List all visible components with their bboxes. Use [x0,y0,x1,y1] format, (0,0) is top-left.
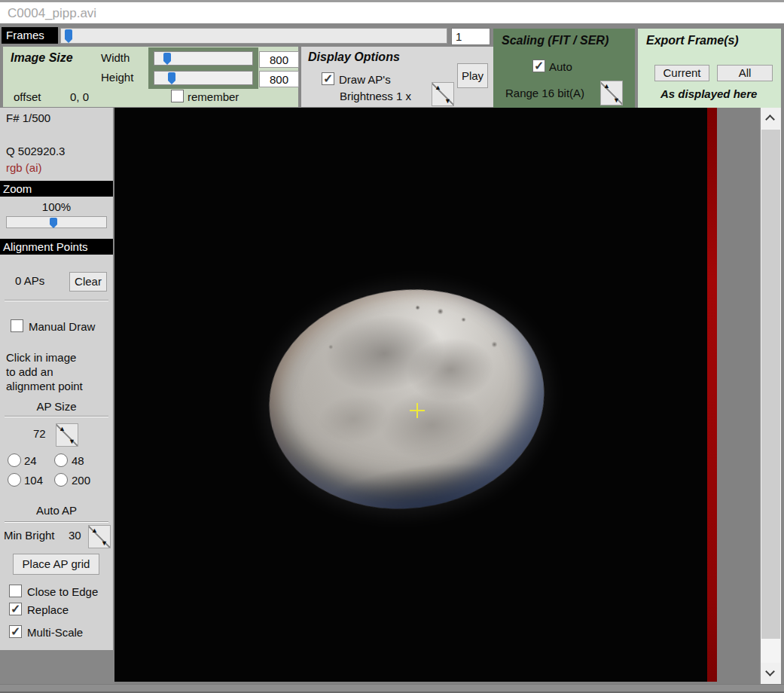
export-title: Export Frame(s) [646,34,739,47]
radio-label-200: 200 [72,474,90,487]
height-slider[interactable] [154,71,253,85]
ap-size-label: AP Size [0,400,113,413]
app-window: C0004_pipp.avi Frames 1 Image Size Width… [0,0,784,693]
image-size-section: Image Size Width Height 800 800 offset 0… [3,47,298,107]
frames-value-input[interactable]: 1 [451,28,490,45]
video-frame-canvas[interactable] [114,108,717,682]
brightness-label: Brightness 1 x [340,90,411,102]
scroll-down-button[interactable] [761,663,781,684]
title-bar: C0004_pipp.avi [0,0,784,23]
display-options-title: Display Options [308,50,400,64]
zoom-header: Zoom [0,181,113,197]
ap-size-radio-48[interactable] [54,453,68,467]
height-label: Height [101,71,133,84]
chevron-down-icon [765,667,775,676]
chevron-up-icon [765,114,775,124]
width-slider-thumb[interactable] [163,53,171,61]
moon-image [257,274,557,524]
frames-label: Frames [2,27,58,44]
multi-scale-label: Multi-Scale [27,626,83,639]
sidebar-panel: F# 1/500 Q 502920.3 rgb (ai) Zoom 100% A… [0,108,113,650]
min-bright-label: Min Bright [4,529,55,542]
spinner-down-icon[interactable]: ▼ [613,96,620,104]
divider [5,521,108,523]
frame-edge-artifact [707,108,717,682]
image-viewport [114,108,759,684]
remember-label: remember [188,90,239,103]
scrollbar-thumb[interactable] [761,130,780,639]
radio-label-24: 24 [24,454,37,467]
range-label: Range 16 bit(A) [505,87,584,99]
height-value-input[interactable]: 800 [259,71,299,87]
play-button[interactable]: Play [457,63,488,88]
export-note: As displayed here [660,87,757,100]
display-options-section: Display Options Draw AP's Brightness 1 x… [301,47,493,107]
frames-slider-thumb[interactable] [65,29,72,39]
image-size-title: Image Size [11,51,73,65]
spinner-up-icon[interactable]: ▲ [91,527,98,534]
bottom-edge [0,684,784,693]
brightness-spinner[interactable]: ▲ ▼ [432,82,454,106]
clear-button[interactable]: Clear [69,272,107,292]
auto-checkbox[interactable] [532,60,545,72]
divider [5,416,108,417]
min-bright-spinner[interactable]: ▲ ▼ [88,525,111,548]
place-ap-grid-button[interactable]: Place AP grid [13,554,99,575]
manual-draw-label: Manual Draw [29,320,95,333]
spinner-up-icon[interactable]: ▲ [603,82,610,90]
close-to-edge-checkbox[interactable] [9,585,22,597]
divider [5,300,108,301]
spinner-down-icon[interactable]: ▼ [101,539,108,547]
ap-size-radio-104[interactable] [8,473,21,487]
alignment-points-header: Alignment Points [0,239,113,255]
export-current-button[interactable]: Current [654,65,709,81]
spinner-down-icon[interactable]: ▼ [444,97,451,105]
manual-draw-checkbox[interactable] [11,319,23,332]
multi-scale-checkbox[interactable] [9,625,22,638]
offset-label: offset [14,90,41,103]
height-slider-thumb[interactable] [168,72,175,81]
draw-aps-checkbox[interactable] [322,72,334,85]
scroll-up-button[interactable] [761,108,781,129]
scaling-title: Scaling (FIT / SER) [502,34,609,47]
range-spinner[interactable]: ▲ ▼ [600,81,623,105]
hint-line1: Click in image [6,351,76,364]
ap-count-text: 0 APs [15,274,44,287]
export-section: Export Frame(s) Current All As displayed… [638,29,781,108]
min-bright-value: 30 [69,529,81,542]
fnumber-text: F# 1/500 [6,111,50,124]
zoom-slider[interactable] [6,216,107,228]
spinner-up-icon[interactable]: ▲ [59,425,66,432]
ap-size-radio-200[interactable] [54,473,68,487]
width-label: Width [101,51,130,64]
hint-line3: alignment point [6,380,83,392]
width-slider[interactable] [154,51,253,66]
ap-size-value: 72 [33,427,46,440]
offset-value: 0, 0 [70,90,89,103]
spinner-down-icon[interactable]: ▼ [69,438,75,445]
zoom-value: 100% [0,200,113,213]
export-all-button[interactable]: All [717,65,773,81]
remember-checkbox[interactable] [171,90,184,102]
auto-ap-label: Auto AP [0,504,113,517]
close-to-edge-label: Close to Edge [27,585,98,598]
frames-slider[interactable] [60,28,447,44]
replace-checkbox[interactable] [9,603,22,615]
scaling-section: Scaling (FIT / SER) Auto Range 16 bit(A)… [493,29,635,108]
vertical-scrollbar[interactable] [761,108,781,684]
replace-label: Replace [27,603,69,616]
ap-size-spinner[interactable]: ▲ ▼ [56,423,78,447]
draw-aps-label: Draw AP's [339,73,391,86]
colormode-text: rgb (ai) [6,161,42,174]
size-slider-box [148,47,258,89]
auto-label: Auto [549,60,572,73]
hint-line2: to add an [6,365,53,378]
zoom-slider-thumb[interactable] [50,218,57,224]
width-value-input[interactable]: 800 [259,51,299,68]
radio-label-104: 104 [24,474,43,487]
crosshair-icon [416,403,418,418]
radio-label-48: 48 [72,454,84,467]
spinner-up-icon[interactable]: ▲ [435,84,441,91]
ap-size-radio-24[interactable] [8,453,21,467]
quality-text: Q 502920.3 [6,145,65,157]
